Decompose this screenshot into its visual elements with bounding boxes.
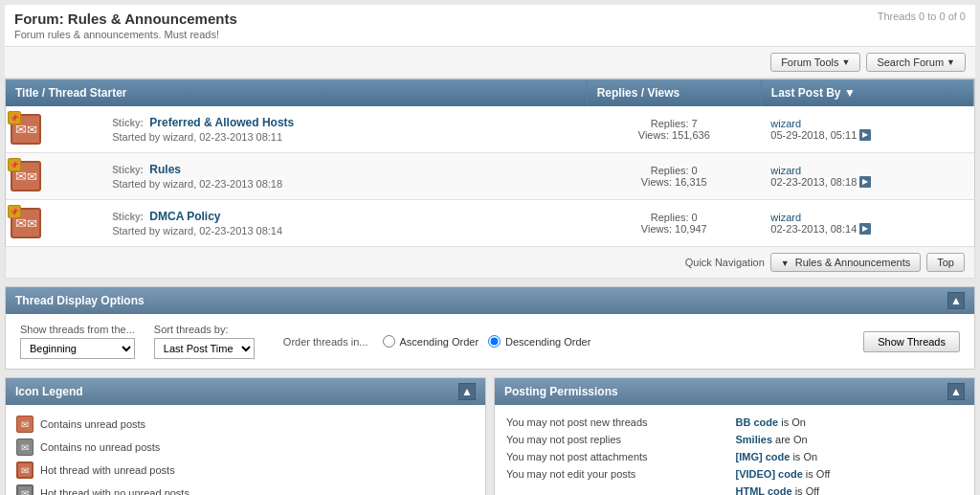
goto-icon[interactable]: ▶ [859, 176, 871, 188]
thread-title-line: Sticky: DMCA Policy [112, 210, 577, 223]
perm-text [506, 484, 734, 495]
quick-nav-dropdown[interactable]: Rules & Announcements [770, 253, 921, 272]
search-forum-button[interactable]: Search Forum [866, 53, 966, 72]
descending-radio[interactable] [488, 335, 501, 348]
thread-replies-cell: Replies: 7 Views: 151,636 [587, 106, 761, 153]
legend-unread-label: Contains unread posts [40, 418, 145, 430]
thread-type-icon: 📌 ✉ [11, 161, 41, 191]
ascending-radio-label[interactable]: Ascending Order [383, 335, 479, 348]
thread-type-icon: 📌 ✉ [11, 208, 41, 238]
perm-text: You may not post attachments [506, 449, 734, 464]
thread-table-wrapper: Title / Thread Starter Replies / Views L… [5, 79, 975, 247]
show-threads-button[interactable]: Show Threads [863, 331, 960, 352]
perm-text: You may not edit your posts [506, 466, 734, 482]
thread-title-link[interactable]: Rules [149, 163, 181, 176]
show-threads-select[interactable]: Beginning [20, 338, 135, 359]
col-replies: Replies / Views [587, 79, 761, 106]
forum-tools-button[interactable]: Forum Tools [770, 53, 860, 72]
thread-info-cell: Sticky: DMCA Policy Started by wizard, 0… [102, 200, 587, 247]
toolbar: Forum Tools Search Forum [5, 47, 975, 79]
legend-noread-label: Contains no unread posts [40, 441, 160, 453]
sort-by-select[interactable]: Last Post Time [154, 338, 255, 359]
thread-replies-cell: Replies: 0 Views: 10,947 [587, 200, 761, 247]
perm-code: [VIDEO] code [736, 468, 803, 480]
perm-code: BB code [736, 416, 779, 428]
lastpost-user-link[interactable]: wizard [770, 165, 965, 176]
thread-views: Views: 151,636 [596, 129, 751, 141]
thread-title-link[interactable]: DMCA Policy [149, 210, 220, 223]
thread-lastpost-cell: wizard 02-23-2013, 08:18 ▶ [761, 153, 974, 200]
goto-icon[interactable]: ▶ [859, 129, 871, 141]
thread-starter: Started by wizard, 02-23-2013 08:18 [112, 178, 577, 190]
posting-permissions-header: Posting Permissions ▲ [495, 378, 974, 405]
display-options-panel: Thread Display Options ▲ Show threads fr… [5, 286, 975, 370]
thread-count: Threads 0 to 0 of 0 [878, 11, 966, 22]
ascending-radio[interactable] [383, 335, 395, 348]
perm-code: [IMG] code [736, 451, 791, 462]
icon-legend-body: ✉ Contains unread posts ✉ Contains no un… [6, 405, 485, 495]
perm-code: Smilies [736, 434, 773, 445]
thread-views: Views: 10,947 [596, 223, 751, 235]
legend-hot-noread-label: Hot thread with no unread posts [40, 487, 189, 495]
sort-icon: ▼ [844, 86, 856, 100]
perm-text: You may not post new threads [506, 415, 734, 430]
permissions-row: You may not post replies Smilies are On [506, 432, 963, 447]
icon-legend-header: Icon Legend ▲ [6, 378, 485, 405]
descending-radio-label[interactable]: Descending Order [488, 335, 590, 348]
thread-starter: Started by wizard, 02-23-2013 08:11 [112, 131, 577, 143]
envelope-icon: ✉ [27, 216, 37, 231]
thread-title-line: Sticky: Rules [112, 163, 577, 176]
posting-permissions-title: Posting Permissions [504, 385, 618, 398]
perm-value-text: is On [792, 451, 817, 462]
forum-title: Forum: Rules & Announcements [14, 11, 237, 27]
order-group: Order threads in... Ascending Order Desc… [283, 335, 590, 348]
sticky-label: Sticky: [112, 118, 144, 128]
col-lastpost: Last Post By ▼ [761, 79, 974, 106]
thread-lastpost-cell: wizard 02-23-2013, 08:14 ▶ [761, 200, 974, 247]
hot-unread-icon: ✉ [15, 461, 34, 480]
thread-title-link[interactable]: Preferred & Allowed Hosts [149, 116, 294, 129]
posting-permissions-collapse[interactable]: ▲ [947, 383, 965, 400]
thread-icon-cell: 📌 ✉ [6, 200, 102, 247]
thread-info-cell: Sticky: Rules Started by wizard, 02-23-2… [102, 153, 587, 200]
show-threads-label: Show threads from the... [20, 324, 135, 335]
table-row: 📌 ✉ Sticky: Rules Started by wizard, 02-… [6, 153, 974, 200]
thread-title-line: Sticky: Preferred & Allowed Hosts [112, 116, 577, 129]
perm-code-value: [IMG] code is On [736, 449, 964, 464]
icon-legend-panel: Icon Legend ▲ ✉ Contains unread posts ✉ [5, 377, 486, 495]
hot-noread-thread-icon: ✉ [16, 484, 33, 495]
legend-hot-noread: ✉ Hot thread with no unread posts [15, 482, 476, 495]
display-options-header: Thread Display Options ▲ [6, 287, 974, 314]
permissions-row: HTML code is Off [506, 484, 963, 495]
permissions-table: You may not post new threads BB code is … [504, 413, 965, 495]
thread-info-cell: Sticky: Preferred & Allowed Hosts Starte… [102, 106, 587, 153]
unread-thread-icon: ✉ [16, 416, 33, 433]
perm-value-text: are On [775, 434, 808, 445]
thread-starter: Started by wizard, 02-23-2013 08:14 [112, 225, 577, 236]
permissions-row: You may not post new threads BB code is … [506, 415, 963, 430]
perm-code: HTML code [736, 485, 792, 495]
descending-label: Descending Order [505, 336, 590, 348]
thread-replies: Replies: 7 [596, 118, 751, 129]
lastpost-user-link[interactable]: wizard [770, 212, 965, 223]
nav-dropdown-icon [781, 257, 792, 268]
forum-subtitle: Forum rules & announcements. Must reads! [14, 29, 237, 40]
icon-legend-collapse[interactable]: ▲ [458, 383, 476, 400]
top-button[interactable]: Top [926, 253, 965, 272]
sort-by-label: Sort threads by: [154, 324, 255, 335]
ascending-label: Ascending Order [400, 336, 479, 348]
noread-icon: ✉ [15, 438, 34, 457]
perm-value-text: is On [781, 416, 806, 428]
thread-replies: Replies: 0 [596, 212, 751, 223]
posting-permissions-panel: Posting Permissions ▲ You may not post n… [494, 377, 975, 495]
hot-unread-thread-icon: ✉ [16, 461, 33, 479]
table-row: 📌 ✉ Sticky: DMCA Policy Started by wizar… [6, 200, 974, 247]
sort-by-group: Sort threads by: Last Post Time [154, 324, 255, 359]
goto-icon[interactable]: ▶ [859, 223, 871, 235]
lastpost-user-link[interactable]: wizard [770, 118, 965, 129]
forum-header: Forum: Rules & Announcements Forum rules… [5, 5, 975, 47]
display-options-collapse[interactable]: ▲ [947, 292, 965, 309]
posting-permissions-body: You may not post new threads BB code is … [495, 405, 974, 495]
thread-icon-cell: 📌 ✉ [6, 106, 102, 153]
thread-views: Views: 16,315 [596, 176, 751, 188]
